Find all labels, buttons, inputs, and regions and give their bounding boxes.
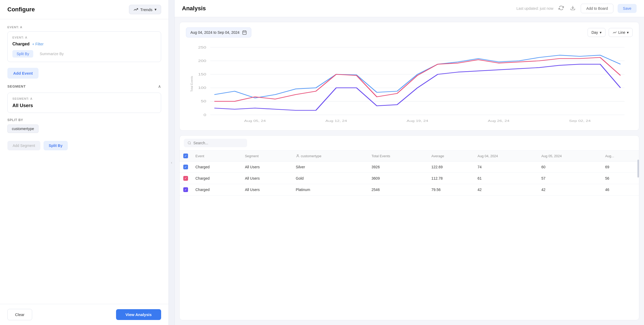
split-by-action-button[interactable]: Split By	[44, 141, 68, 150]
summarize-by-tab[interactable]: Summarize By	[35, 50, 68, 58]
table-row: ✓ Charged All Users Gold 3609 112.78 61 …	[180, 173, 639, 184]
refresh-button[interactable]	[558, 4, 565, 13]
analysis-title: Analysis	[182, 5, 206, 12]
clear-button[interactable]: Clear	[7, 309, 32, 320]
row3-aug06: 46	[602, 184, 639, 195]
row3-event: Charged	[192, 184, 241, 195]
last-updated: Last updated: just now	[516, 6, 553, 11]
add-segment-button[interactable]: Add Segment	[7, 141, 40, 150]
split-by-tab[interactable]: Split By	[12, 50, 33, 58]
svg-text:0: 0	[204, 113, 206, 117]
line-chart-icon	[613, 30, 617, 35]
split-by-section: SPLIT BY customertype	[7, 118, 161, 137]
header-aug06: Aug...	[602, 151, 639, 161]
row1-average: 122.69	[428, 161, 474, 173]
granularity-select[interactable]: Day ▾	[588, 28, 605, 37]
granularity-chevron: ▾	[600, 30, 602, 35]
row2-aug05: 57	[538, 173, 602, 184]
row2-checkbox-cell: ✓	[180, 173, 192, 184]
row1-customertype: Silver	[292, 161, 368, 173]
row3-customertype: Platinum	[292, 184, 368, 195]
header-aug05: Aug 05, 2024	[538, 151, 602, 161]
row1-aug04: 74	[474, 161, 538, 173]
row3-aug04: 42	[474, 184, 538, 195]
filter-label: + Filter	[32, 42, 44, 46]
header-checkbox[interactable]: ✓	[183, 154, 188, 158]
table-scrollbar[interactable]	[637, 160, 639, 178]
line-chart-svg: 250 200 150 100 50 0 Aug 05, 24 Aug 12, …	[186, 42, 633, 126]
row1-checkbox-cell: ✓	[180, 161, 192, 173]
split-summarize-row: Split By Summarize By	[12, 50, 156, 58]
row1-checkbox[interactable]: ✓	[183, 165, 188, 169]
svg-text:Aug 05, 24: Aug 05, 24	[244, 119, 266, 123]
header-average: Average	[428, 151, 474, 161]
table-area: ✓ Event Segment customertype	[179, 135, 639, 320]
trends-button[interactable]: Trends ▾	[129, 5, 161, 14]
filter-button[interactable]: + Filter	[32, 42, 44, 46]
right-content: Aug 04, 2024 to Sep 04, 2024 Day ▾ Li	[175, 17, 644, 325]
save-button[interactable]: Save	[618, 4, 637, 13]
refresh-icon	[559, 5, 564, 11]
svg-text:Aug 19, 24: Aug 19, 24	[407, 119, 428, 123]
row2-checkbox[interactable]: ✓	[183, 176, 188, 181]
search-icon	[188, 141, 191, 145]
data-table: ✓ Event Segment customertype	[180, 151, 639, 195]
row2-customertype: Gold	[292, 173, 368, 184]
collapse-icon: ‹	[171, 160, 172, 165]
segment-card: SEGMENT: A All Users	[7, 93, 161, 113]
table-row: ✓ Charged All Users Platinum 2546 79.56 …	[180, 184, 639, 195]
event-row: Charged + Filter	[12, 42, 156, 46]
table-row: ✓ Charged All Users Silver 3926 122.69 7…	[180, 161, 639, 173]
segment-a-label: SEGMENT: A	[12, 97, 156, 100]
row3-checkbox[interactable]: ✓	[183, 187, 188, 192]
split-by-label: SPLIT BY	[7, 118, 161, 122]
date-range-button[interactable]: Aug 04, 2024 to Sep 04, 2024	[186, 27, 251, 37]
add-event-button[interactable]: Add Event	[7, 68, 39, 79]
header-aug04: Aug 04, 2024	[474, 151, 538, 161]
event-section-label: EVENT: A	[7, 26, 161, 29]
header-event: Event	[192, 151, 241, 161]
row3-average: 79.56	[428, 184, 474, 195]
left-panel: Configure Trends ▾ EVENT: A EVENT: A Cha…	[0, 0, 169, 325]
row2-aug06: 56	[602, 173, 639, 184]
svg-text:Sep 02, 24: Sep 02, 24	[569, 119, 591, 123]
svg-text:200: 200	[198, 59, 206, 63]
view-analysis-button[interactable]: View Analysis	[116, 309, 161, 320]
chart-type-chevron: ▾	[627, 30, 629, 35]
search-input-wrap	[184, 139, 247, 147]
header-right: Last updated: just now Add to Board Save	[516, 4, 637, 13]
svg-rect-1	[243, 31, 246, 35]
row3-aug05: 42	[538, 184, 602, 195]
date-range-label: Aug 04, 2024 to Sep 04, 2024	[190, 30, 239, 35]
search-input[interactable]	[193, 141, 243, 145]
row1-event: Charged	[192, 161, 241, 173]
segment-collapse-icon[interactable]: ∧	[158, 84, 161, 89]
chart-type-select[interactable]: Line ▾	[609, 28, 633, 37]
event-card-label: EVENT: A	[12, 36, 156, 39]
trends-icon	[133, 7, 138, 12]
header-checkbox-cell: ✓	[180, 151, 192, 161]
collapse-handle[interactable]: ‹	[169, 0, 175, 325]
download-icon	[570, 5, 575, 11]
svg-point-24	[297, 155, 298, 156]
row1-total-events: 3926	[368, 161, 428, 173]
right-panel: Analysis Last updated: just now Add to B…	[175, 0, 644, 325]
segment-header: SEGMENT ∧	[7, 84, 161, 89]
download-button[interactable]	[569, 4, 576, 13]
segment-name: All Users	[12, 103, 156, 108]
row3-segment: All Users	[241, 184, 292, 195]
row2-aug04: 61	[474, 173, 538, 184]
row2-total-events: 3609	[368, 173, 428, 184]
svg-text:50: 50	[201, 99, 206, 103]
row1-aug05: 60	[538, 161, 602, 173]
svg-text:150: 150	[198, 73, 206, 76]
add-to-board-button[interactable]: Add to Board	[581, 4, 613, 13]
chart-container: 250 200 150 100 50 0 Aug 05, 24 Aug 12, …	[186, 42, 633, 126]
segment-section-label: SEGMENT	[7, 84, 26, 88]
segment-action-row: Add Segment Split By	[7, 141, 161, 150]
chart-type-label: Line	[618, 30, 625, 35]
chart-area: Aug 04, 2024 to Sep 04, 2024 Day ▾ Li	[179, 22, 639, 131]
y-axis-label: Total Events	[190, 76, 193, 92]
table-header-row: ✓ Event Segment customertype	[180, 151, 639, 161]
customertype-tag[interactable]: customertype	[7, 125, 39, 133]
